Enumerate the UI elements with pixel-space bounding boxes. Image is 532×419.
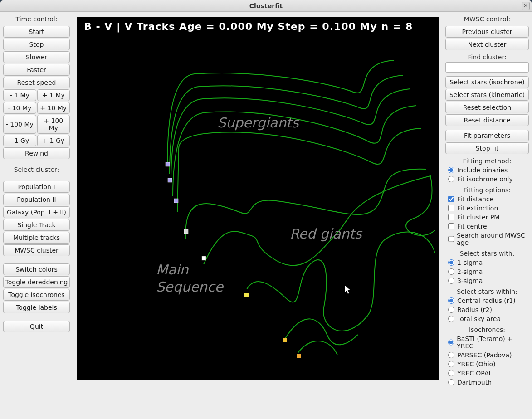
svg-rect-4	[202, 256, 206, 260]
content-area: Time control: Start Stop Slower Faster R…	[0, 12, 532, 419]
fit-parameters-button[interactable]: Fit parameters	[445, 130, 529, 141]
fit-extinction-checkbox[interactable]	[448, 205, 454, 211]
yrec-opal-option[interactable]: YREC OPAL	[445, 369, 529, 378]
yrec-ohio-radio[interactable]	[448, 361, 454, 367]
central-radius-option[interactable]: Central radius (r1)	[445, 296, 529, 305]
yrec-opal-radio[interactable]	[448, 370, 454, 376]
yrec-ohio-option[interactable]: YREC (Ohio)	[445, 360, 529, 369]
single-track-button[interactable]: Single Track	[3, 219, 70, 231]
parsec-option[interactable]: PARSEC (Padova)	[445, 351, 529, 360]
svg-rect-5	[244, 293, 249, 297]
mwsc-control-label: MWSC control:	[445, 14, 529, 25]
select-stars-kinematic-button[interactable]: Select stars (kinematic)	[445, 89, 529, 101]
switch-colors-button[interactable]: Switch colors	[3, 263, 70, 275]
left-panel: Time control: Start Stop Slower Faster R…	[1, 13, 72, 418]
select-within-label: Select stars within:	[445, 285, 529, 296]
select-stars-isochrone-button[interactable]: Select stars (isochrone)	[445, 76, 529, 88]
minus-100my-button[interactable]: - 100 My	[3, 115, 36, 134]
next-cluster-button[interactable]: Next cluster	[445, 39, 529, 50]
reset-speed-button[interactable]: Reset speed	[3, 77, 70, 88]
plot-container: B - V | V Tracks Age = 0.000 My Step = 0…	[72, 13, 444, 418]
window-title: Clusterfit	[249, 2, 283, 10]
close-button[interactable]: ✕	[522, 2, 530, 10]
central-radius-radio[interactable]	[448, 297, 454, 304]
search-mwsc-age-checkbox[interactable]	[448, 236, 454, 242]
svg-rect-3	[184, 229, 188, 234]
basti-option[interactable]: BaSTI (Teramo) + YREC	[445, 334, 529, 351]
dartmouth-radio[interactable]	[448, 379, 454, 385]
quit-button[interactable]: Quit	[3, 321, 70, 332]
toggle-isochrones-button[interactable]: Toggle isochrones	[3, 289, 70, 301]
fit-isochrone-only-radio[interactable]	[448, 176, 454, 182]
fit-cluster-pm-option[interactable]: Fit cluster PM	[445, 213, 529, 222]
stop-fit-button[interactable]: Stop fit	[445, 142, 529, 154]
svg-rect-7	[297, 354, 301, 358]
radius-r2-option[interactable]: Radius (r2)	[445, 305, 529, 314]
svg-rect-0	[166, 162, 170, 166]
fit-distance-checkbox[interactable]	[448, 196, 454, 202]
right-panel: MWSC control: Previous cluster Next clus…	[444, 13, 531, 418]
total-sky-option[interactable]: Total sky area	[445, 314, 529, 323]
sigma2-option[interactable]: 2-sigma	[445, 267, 529, 276]
plus-1gy-button[interactable]: + 1 Gy	[37, 135, 70, 146]
svg-rect-6	[283, 338, 287, 342]
galaxy-button[interactable]: Galaxy (Pop. I + II)	[3, 206, 70, 218]
population-ii-button[interactable]: Population II	[3, 194, 70, 205]
total-sky-radio[interactable]	[448, 316, 454, 322]
fitting-method-label: Fitting method:	[445, 155, 529, 166]
select-cluster-label: Select cluster:	[3, 160, 70, 174]
fit-centre-checkbox[interactable]	[448, 223, 454, 229]
reset-distance-button[interactable]: Reset distance	[445, 114, 529, 126]
find-cluster-label: Find cluster:	[445, 51, 529, 62]
sigma1-option[interactable]: 1-sigma	[445, 258, 529, 267]
toggle-labels-button[interactable]: Toggle labels	[3, 302, 70, 313]
plus-1my-button[interactable]: + 1 My	[37, 89, 70, 101]
tracks-svg	[77, 17, 439, 380]
plus-10my-button[interactable]: + 10 My	[37, 102, 70, 114]
fit-distance-option[interactable]: Fit distance	[445, 195, 529, 204]
sigma1-radio[interactable]	[448, 259, 454, 266]
svg-rect-1	[168, 178, 172, 182]
time-control-label: Time control:	[3, 14, 70, 25]
minus-1gy-button[interactable]: - 1 Gy	[3, 135, 36, 146]
isochrones-label: Isochrones:	[445, 323, 529, 334]
select-stars-with-label: Select stars with:	[445, 247, 529, 258]
minus-1my-button[interactable]: - 1 My	[3, 89, 36, 101]
previous-cluster-button[interactable]: Previous cluster	[445, 26, 529, 38]
radius-r2-radio[interactable]	[448, 307, 454, 313]
svg-rect-2	[174, 199, 178, 203]
faster-button[interactable]: Faster	[3, 64, 70, 76]
fit-cluster-pm-checkbox[interactable]	[448, 214, 454, 220]
population-i-button[interactable]: Population I	[3, 181, 70, 193]
include-binaries-radio[interactable]	[448, 167, 454, 173]
start-button[interactable]: Start	[3, 26, 70, 38]
titlebar: Clusterfit ✕	[0, 0, 532, 12]
find-cluster-input[interactable]	[445, 62, 529, 73]
sigma3-radio[interactable]	[448, 278, 454, 284]
multiple-tracks-button[interactable]: Multiple tracks	[3, 232, 70, 244]
sigma2-radio[interactable]	[448, 268, 454, 275]
reset-selection-button[interactable]: Reset selection	[445, 102, 529, 113]
fitting-options-label: Fitting options:	[445, 184, 529, 195]
basti-radio[interactable]	[448, 339, 454, 346]
parsec-radio[interactable]	[448, 352, 454, 358]
dartmouth-option[interactable]: Dartmouth	[445, 378, 529, 387]
minus-10my-button[interactable]: - 10 My	[3, 102, 36, 114]
search-mwsc-age-option[interactable]: Search around MWSC age	[445, 231, 529, 247]
stop-button[interactable]: Stop	[3, 39, 70, 50]
plus-100my-button[interactable]: + 100 My	[37, 115, 70, 134]
plot-area[interactable]: B - V | V Tracks Age = 0.000 My Step = 0…	[77, 17, 439, 380]
rewind-button[interactable]: Rewind	[3, 147, 70, 159]
app-window: Clusterfit ✕ Time control: Start Stop Sl…	[0, 0, 532, 419]
fit-centre-option[interactable]: Fit centre	[445, 222, 529, 231]
slower-button[interactable]: Slower	[3, 51, 70, 63]
fit-extinction-option[interactable]: Fit extinction	[445, 204, 529, 213]
toggle-dereddening-button[interactable]: Toggle dereddening	[3, 276, 70, 288]
sigma3-option[interactable]: 3-sigma	[445, 276, 529, 285]
fit-isochrone-only-option[interactable]: Fit isochrone only	[445, 175, 529, 184]
include-binaries-option[interactable]: Include binaries	[445, 166, 529, 175]
mwsc-cluster-button[interactable]: MWSC cluster	[3, 244, 70, 256]
